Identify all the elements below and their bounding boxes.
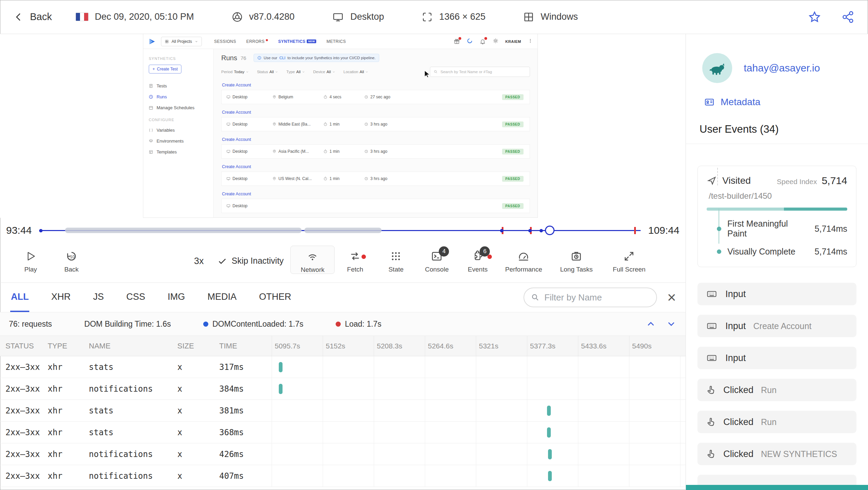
col-type: TYPE [48, 336, 89, 356]
event-card-input[interactable]: Input [697, 347, 856, 369]
timer-icon [323, 95, 327, 99]
network-row[interactable]: 2xx–3xxxhrnotificationsx407ms [0, 465, 686, 487]
events-list: Visited Speed Index 5,714 /test-builder/… [686, 166, 868, 490]
back-button[interactable]: Back [14, 11, 52, 22]
sidebar-section-synthetics: SYNTHETICS [149, 56, 208, 61]
timer-icon [323, 122, 327, 126]
fetch-panel-button[interactable]: Fetch [335, 246, 375, 273]
pin-icon [272, 122, 276, 126]
session-date: Dec 09, 2020, 05:10 PM [76, 12, 194, 22]
tab-xhr[interactable]: XHR [50, 283, 71, 312]
gift-icon [454, 38, 460, 45]
live-spinner-icon [467, 38, 473, 45]
tab-all[interactable]: ALL [10, 283, 29, 312]
event-card-clicked[interactable]: Clicked NEW SYNTHETICS [697, 443, 856, 465]
status-badge: PASSED [502, 203, 524, 209]
filter-type: TypeAll [286, 70, 305, 74]
filter-period: PeriodToday [221, 70, 249, 74]
network-row[interactable]: 2xx–3xxxhrstatsx317ms [0, 356, 686, 378]
run-name-link: Create Account [221, 108, 530, 117]
pointer-icon [706, 416, 716, 427]
network-row[interactable]: 2xx–3xxxhrnotificationsx384ms [0, 378, 686, 400]
share-icon[interactable] [841, 11, 854, 23]
app-tab-metrics: METRICS [326, 39, 346, 44]
network-table-header: STATUS TYPE NAME SIZE TIME 5095.7s 5152s… [0, 336, 686, 356]
visited-label: Visited [722, 175, 751, 186]
visited-event-card[interactable]: Visited Speed Index 5,714 /test-builder/… [697, 166, 856, 267]
keyboard-icon [706, 289, 718, 299]
tab-js[interactable]: JS [93, 283, 105, 312]
chevron-down-icon [246, 70, 249, 74]
run-row: Desktop PASSED [221, 199, 530, 213]
gauge-icon [517, 250, 530, 262]
event-card-clicked[interactable]: Clicked Run [697, 379, 856, 401]
bell-icon [480, 38, 486, 45]
speed-toggle[interactable]: 3x [194, 256, 204, 266]
replayed-app: All Projects SESSIONS ERRORS SYNTHETICSN… [143, 34, 538, 218]
request-marker [548, 449, 552, 459]
metadata-button[interactable]: Metadata [686, 83, 868, 108]
info-icon [257, 56, 261, 60]
replay-stage: All Projects SESSIONS ERRORS SYNTHETICSN… [0, 34, 686, 218]
network-row[interactable]: 2xx–3xxxhrnotificationsx426ms [0, 443, 686, 465]
playhead-handle[interactable] [545, 226, 554, 235]
close-panel-icon[interactable]: × [667, 290, 676, 305]
tab-img[interactable]: IMG [167, 283, 186, 312]
run-group: Create Account Desktop US West (N. Cal..… [221, 162, 530, 186]
skip-inactivity-toggle[interactable]: Skip Inactivity [218, 256, 284, 266]
timeline-track[interactable] [39, 218, 641, 243]
network-summary-bar: 76: requests DOM Building Time: 1.6s DOM… [0, 312, 686, 336]
panel-scroll-progress [686, 485, 868, 490]
dom-building-time: DOM Building Time: 1.6s [84, 320, 171, 329]
time-tick: 5264.6s [425, 336, 476, 356]
console-panel-button[interactable]: Console 4 [416, 246, 457, 273]
status-badge: PASSED [502, 149, 524, 154]
chevron-down-icon [365, 70, 368, 74]
event-card-clicked[interactable]: Clicked Run [697, 411, 856, 433]
event-card-input[interactable]: Input Create Account [697, 315, 856, 337]
filter-by-name-box [524, 288, 657, 307]
navigate-icon [707, 176, 717, 186]
events-panel-button[interactable]: Events 6 [457, 246, 498, 273]
metric-dot [717, 227, 721, 231]
kebab-menu-icon [528, 38, 533, 45]
timeline-connector [717, 168, 718, 185]
col-status: STATUS [0, 336, 48, 356]
monitor-icon [226, 204, 230, 208]
run-group: Create Account Desktop Asia Pacific (M..… [221, 135, 530, 159]
monitor-icon [226, 122, 230, 126]
full-screen-button[interactable]: Full Screen [604, 246, 655, 273]
network-row[interactable]: 2xx–3xxxhrstatsx381ms [0, 400, 686, 422]
top-bar: Back Dec 09, 2020, 05:10 PM v87.0.4280 D… [0, 0, 868, 34]
long-tasks-panel-button[interactable]: Long Tasks [549, 246, 604, 273]
os-label: Windows [541, 12, 578, 22]
network-row[interactable]: 2xx–3xxxhrstatsx368ms [0, 422, 686, 443]
monitor-icon [332, 11, 344, 23]
back-10-button[interactable]: 10 Back [51, 246, 92, 273]
event-dot [540, 229, 543, 232]
run-name-link: Create Account [221, 162, 530, 172]
event-card-input[interactable]: Input [697, 283, 856, 305]
state-panel-button[interactable]: State [375, 246, 416, 273]
jump-next-icon[interactable] [666, 318, 677, 329]
load-dot [336, 322, 341, 327]
request-marker [547, 427, 551, 438]
grid-icon [165, 39, 169, 44]
events-alert-dot [487, 255, 492, 259]
tab-css[interactable]: CSS [126, 283, 146, 312]
tab-other[interactable]: OTHER [258, 283, 292, 312]
request-marker [279, 362, 283, 372]
layers-icon [149, 139, 153, 143]
filter-by-name-input[interactable] [544, 292, 649, 303]
network-panel-button[interactable]: Network [290, 246, 335, 274]
favorite-star-icon[interactable] [808, 11, 821, 23]
performance-panel-button[interactable]: Performance [498, 246, 549, 273]
network-icon [306, 251, 319, 262]
run-name-link: Create Account [221, 80, 530, 90]
play-button[interactable]: Play [10, 246, 51, 273]
jump-previous-icon[interactable] [645, 318, 656, 329]
date-label: Dec 09, 2020, 05:10 PM [95, 12, 194, 22]
clock-icon [364, 149, 368, 153]
time-tick: 5490s [629, 336, 680, 356]
tab-media[interactable]: MEDIA [207, 283, 238, 312]
